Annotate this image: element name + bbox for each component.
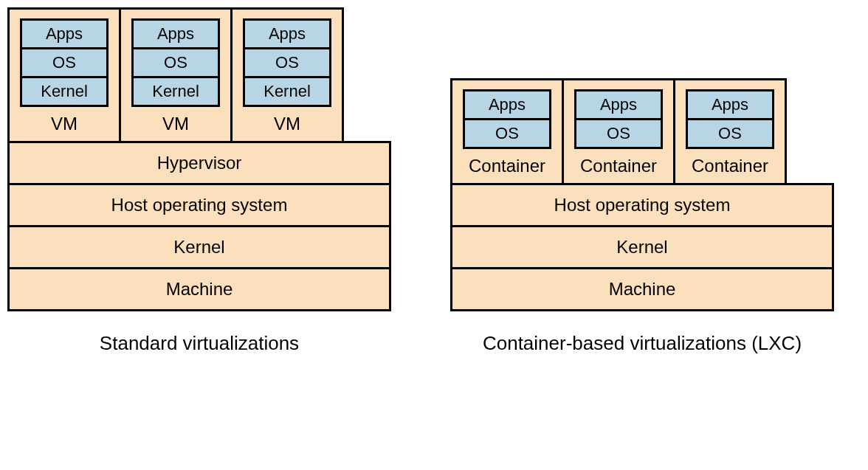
vm-label: VM (162, 113, 189, 135)
container-inner-stack: Apps OS (463, 89, 551, 149)
container-caption: Container-based virtualizations (LXC) (483, 332, 802, 355)
container-cell: Apps OS Container (673, 78, 787, 185)
kernel-layer: Kernel (7, 225, 391, 269)
vm-kernel-box: Kernel (243, 76, 331, 107)
vm-inner-stack: Apps OS Kernel (20, 18, 108, 107)
container-row: Apps OS Container Apps OS Container Apps (450, 78, 834, 185)
vm-kernel-box: Kernel (20, 76, 108, 107)
container-apps-box: Apps (463, 89, 551, 120)
vm-inner-stack: Apps OS Kernel (243, 18, 331, 107)
vm-apps-box: Apps (243, 18, 331, 49)
container-label: Container (692, 155, 768, 177)
vm-apps-box: Apps (20, 18, 108, 49)
container-os-box: OS (686, 118, 774, 149)
container-inner-stack: Apps OS (574, 89, 663, 149)
container-label: Container (469, 155, 545, 177)
container-os-box: OS (574, 118, 663, 149)
hypervisor-layer: Hypervisor (7, 141, 391, 185)
vm-os-box: OS (243, 47, 331, 78)
vm-apps-box: Apps (131, 18, 220, 49)
host-os-layer: Host operating system (450, 183, 834, 227)
container-apps-box: Apps (686, 89, 774, 120)
machine-layer: Machine (7, 267, 391, 311)
machine-layer: Machine (450, 267, 834, 311)
vm-inner-stack: Apps OS Kernel (131, 18, 220, 107)
vm-os-box: OS (131, 47, 220, 78)
vm-label: VM (274, 113, 300, 135)
vm-os-box: OS (20, 47, 108, 78)
vm-cell: Apps OS Kernel VM (230, 7, 344, 143)
vm-label: VM (51, 113, 78, 135)
standard-caption: Standard virtualizations (100, 332, 299, 355)
host-os-layer: Host operating system (7, 183, 391, 227)
vm-cell: Apps OS Kernel VM (7, 7, 121, 143)
container-cell: Apps OS Container (562, 78, 675, 185)
container-stack-body: Apps OS Container Apps OS Container Apps (450, 78, 834, 311)
vm-row: Apps OS Kernel VM Apps OS Kernel VM (7, 7, 391, 143)
container-apps-box: Apps (574, 89, 663, 120)
virtualization-diagram: Apps OS Kernel VM Apps OS Kernel VM (7, 7, 861, 355)
container-cell: Apps OS Container (450, 78, 564, 185)
container-inner-stack: Apps OS (686, 89, 774, 149)
vm-cell: Apps OS Kernel VM (119, 7, 232, 143)
container-virtualization-stack: Apps OS Container Apps OS Container Apps (450, 78, 834, 355)
kernel-layer: Kernel (450, 225, 834, 269)
container-label: Container (580, 155, 657, 177)
standard-stack-body: Apps OS Kernel VM Apps OS Kernel VM (7, 7, 391, 311)
standard-virtualization-stack: Apps OS Kernel VM Apps OS Kernel VM (7, 7, 391, 355)
container-os-box: OS (463, 118, 551, 149)
vm-kernel-box: Kernel (131, 76, 220, 107)
